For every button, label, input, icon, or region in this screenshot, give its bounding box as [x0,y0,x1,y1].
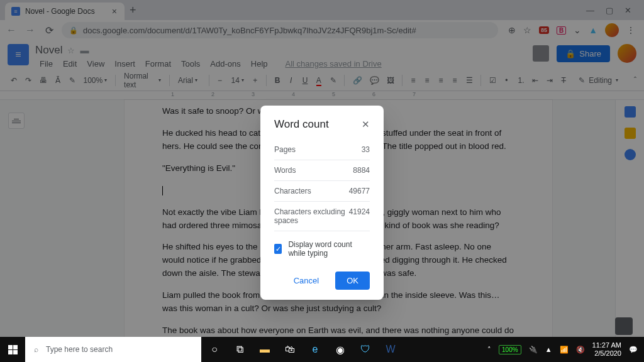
cortana-icon[interactable]: ○ [203,337,226,362]
file-explorer-icon[interactable]: ▬ [253,337,277,362]
security-icon[interactable]: 🛡 [353,337,377,362]
display-while-typing-checkbox[interactable]: ✓ [274,244,282,254]
wc-chars-no-spaces-row: Characters excluding spaces 41924 [274,202,370,231]
wc-words-row: Words 8884 [274,160,370,181]
task-view-icon[interactable]: ⧉ [228,337,252,362]
tray-chevron-icon[interactable]: ˄ [487,346,491,354]
taskbar-search[interactable]: ⌕ Type here to search [25,337,201,362]
taskbar: ⌕ Type here to search ○ ⧉ ▬ 🛍 e ◉ 🛡 W ˄ … [0,337,644,362]
volume-icon[interactable]: 🔇 [576,346,585,354]
wc-characters-row: Characters 49677 [274,181,370,202]
clock[interactable]: 11:27 AM 2/5/2020 [592,341,621,358]
word-count-dialog: Word count ✕ Pages 33 Words 8884 Charact… [260,106,384,300]
start-button[interactable] [0,337,25,362]
wc-pages-row: Pages 33 [274,140,370,160]
cancel-button[interactable]: Cancel [282,272,330,290]
close-icon[interactable]: ✕ [362,119,370,130]
battery-indicator[interactable]: 100% [499,345,521,354]
dialog-title: Word count [274,118,329,131]
notifications-icon[interactable]: 💬 [629,346,638,354]
power-icon[interactable]: 🔌 [529,346,538,354]
search-icon: ⌕ [34,345,38,354]
store-icon[interactable]: 🛍 [278,337,302,362]
checkbox-label: Display word count while typing [288,240,370,258]
word-icon[interactable]: W [379,337,402,362]
modal-overlay[interactable]: Word count ✕ Pages 33 Words 8884 Charact… [0,0,644,362]
chrome-icon[interactable]: ◉ [328,337,352,362]
network-icon[interactable]: ▲ [545,346,552,353]
edge-icon[interactable]: e [303,337,327,362]
ok-button[interactable]: OK [335,272,370,290]
wifi-icon[interactable]: 📶 [560,346,569,354]
